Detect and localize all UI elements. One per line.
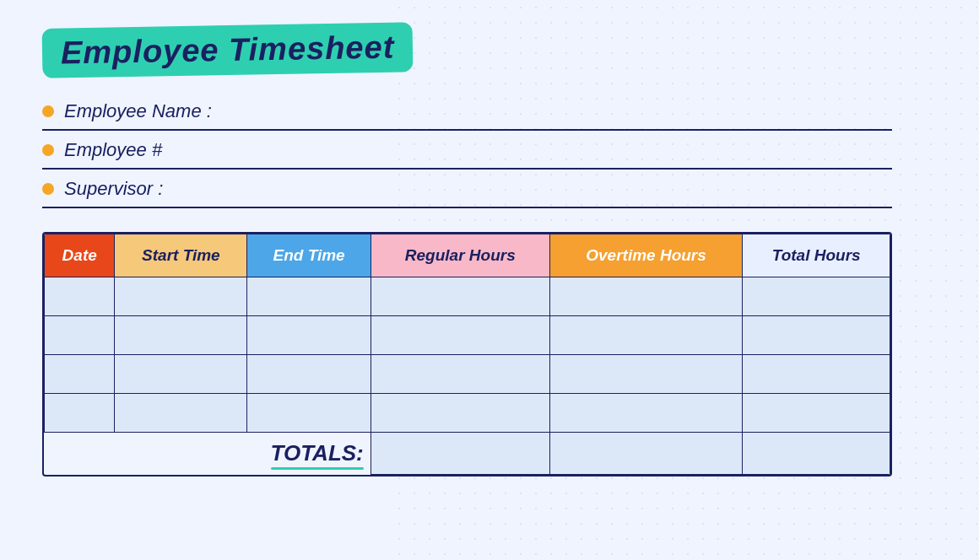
employee-name-row: Employee Name : xyxy=(42,100,892,131)
table-cell[interactable] xyxy=(743,394,890,433)
table-cell[interactable] xyxy=(115,277,247,316)
table-header-row: Date Start Time End Time Regular Hours O… xyxy=(45,234,890,277)
table-cell[interactable] xyxy=(743,316,890,355)
table-cell[interactable] xyxy=(743,355,890,394)
table-cell[interactable] xyxy=(45,316,115,355)
table-cell[interactable] xyxy=(549,355,743,394)
table-row xyxy=(45,355,890,394)
bullet-icon xyxy=(42,183,54,195)
table-cell[interactable] xyxy=(371,277,549,316)
totals-label: TOTALS: xyxy=(271,440,364,466)
col-header-overtime-hours: Overtime Hours xyxy=(549,234,743,277)
table-cell[interactable] xyxy=(115,316,247,355)
table-cell[interactable] xyxy=(371,316,549,355)
table-cell[interactable] xyxy=(371,355,549,394)
table-row xyxy=(45,277,890,316)
employee-info-section: Employee Name : Employee # Supervisor : xyxy=(42,100,937,208)
col-header-date: Date xyxy=(45,234,115,277)
table-cell[interactable] xyxy=(115,355,247,394)
table-cell[interactable] xyxy=(247,316,371,355)
employee-number-label: Employee # xyxy=(64,139,162,161)
bullet-icon xyxy=(42,105,54,117)
totals-row: TOTALS: xyxy=(45,433,890,475)
totals-cell[interactable] xyxy=(371,433,549,475)
supervisor-row: Supervisor : xyxy=(42,178,892,208)
totals-cell[interactable] xyxy=(743,433,890,475)
table-row xyxy=(45,394,890,433)
table-cell[interactable] xyxy=(549,277,743,316)
employee-name-label: Employee Name : xyxy=(64,100,212,122)
page-container: Employee Timesheet Employee Name : Emplo… xyxy=(0,0,979,502)
col-header-total-hours: Total Hours xyxy=(743,234,890,277)
timesheet-table: Date Start Time End Time Regular Hours O… xyxy=(44,234,890,475)
totals-label-cell: TOTALS: xyxy=(45,433,371,475)
table-cell[interactable] xyxy=(247,355,371,394)
table-cell[interactable] xyxy=(743,277,890,316)
table-cell[interactable] xyxy=(45,394,115,433)
col-header-regular-hours: Regular Hours xyxy=(371,234,549,277)
employee-number-row: Employee # xyxy=(42,139,892,170)
supervisor-label: Supervisor : xyxy=(64,178,163,200)
table-cell[interactable] xyxy=(45,277,115,316)
page-title: Employee Timesheet xyxy=(61,30,395,71)
table-cell[interactable] xyxy=(549,316,743,355)
totals-cell[interactable] xyxy=(549,433,743,475)
col-header-start-time: Start Time xyxy=(115,234,247,277)
title-banner: Employee Timesheet xyxy=(42,22,414,78)
timesheet-table-wrapper: Date Start Time End Time Regular Hours O… xyxy=(42,232,892,477)
table-cell[interactable] xyxy=(247,394,371,433)
table-row xyxy=(45,316,890,355)
table-cell[interactable] xyxy=(247,277,371,316)
table-cell[interactable] xyxy=(45,355,115,394)
table-cell[interactable] xyxy=(115,394,247,433)
table-cell[interactable] xyxy=(549,394,743,433)
table-cell[interactable] xyxy=(371,394,549,433)
col-header-end-time: End Time xyxy=(247,234,371,277)
bullet-icon xyxy=(42,144,54,156)
